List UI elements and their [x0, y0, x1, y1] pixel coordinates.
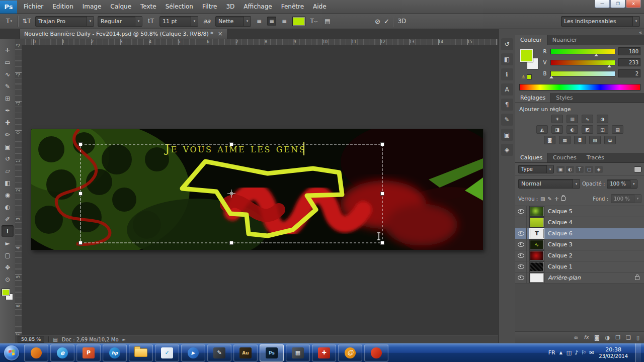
tab-calques[interactable]: Calques — [515, 153, 548, 162]
font-family-select[interactable]: Trajan Pro ▾ — [35, 16, 94, 27]
navigator-panel-icon[interactable]: ◈ — [501, 144, 513, 156]
clone-source-panel-icon[interactable]: ▣ — [501, 129, 513, 141]
lasso-tool[interactable]: ∿ — [2, 68, 14, 80]
quick-selection-tool[interactable]: ✎ — [2, 80, 14, 92]
document-image[interactable]: Je vous aime les gens — [31, 129, 483, 250]
taskbar-internet-explorer-icon[interactable]: e — [50, 344, 74, 361]
start-button[interactable] — [4, 345, 19, 360]
gamut-color-cube[interactable] — [527, 74, 532, 79]
workspace-select[interactable]: Les indispensables ▾ — [561, 16, 640, 27]
menu-item-3[interactable]: Calque — [106, 0, 136, 14]
paragraph-panel-icon[interactable]: ¶ — [501, 99, 513, 111]
delete-layer-icon[interactable]: ▯ — [636, 335, 639, 340]
taskbar-audition-icon[interactable]: Au — [233, 344, 258, 361]
anti-alias-select[interactable]: Nette ▾ — [215, 16, 251, 27]
layer-row-3[interactable]: ∿Calque 3 — [515, 239, 644, 250]
info-panel-icon[interactable]: ℹ — [501, 68, 513, 80]
status-flyout-icon[interactable]: ► — [123, 337, 126, 342]
tab-close-icon[interactable]: × — [218, 31, 223, 37]
dropdown-icon[interactable]: ▾ — [135, 17, 142, 26]
fill-select[interactable]: 100 % ▾ — [611, 194, 641, 203]
new-group-icon[interactable]: ❐ — [615, 335, 620, 340]
brush-tool[interactable]: ✏ — [2, 129, 14, 140]
add-layer-mask-icon[interactable]: ◙ — [594, 335, 600, 340]
restore-button[interactable]: ❐ — [610, 0, 625, 8]
dodge-tool[interactable]: ◐ — [2, 201, 14, 213]
layer-row-4[interactable]: Calque 2 — [515, 250, 644, 261]
dropdown-icon[interactable]: ▾ — [573, 179, 580, 188]
layer-row-5[interactable]: Calque 1 — [515, 261, 644, 273]
filter-smart-icon[interactable]: ◈ — [595, 166, 603, 173]
menu-item-5[interactable]: Sélection — [161, 0, 198, 14]
shape-tool[interactable]: ▢ — [2, 249, 14, 261]
lock-transparent-icon[interactable]: ▨ — [540, 196, 545, 202]
text-color-swatch[interactable] — [292, 17, 305, 26]
filter-shape-icon[interactable]: ▢ — [585, 166, 593, 173]
taskbar-browser-icon[interactable] — [364, 344, 388, 361]
hand-tool[interactable]: ✥ — [2, 261, 14, 273]
layer-visibility-toggle[interactable] — [515, 261, 527, 272]
warp-text-icon[interactable]: T⌣ — [309, 16, 319, 27]
dropdown-icon[interactable]: ▾ — [630, 180, 637, 188]
minimize-button[interactable]: — — [595, 0, 610, 8]
threshold-icon[interactable]: ◘ — [574, 136, 586, 144]
layer-row-6[interactable]: Arrière-plan — [515, 273, 644, 284]
levels-icon[interactable]: ▥ — [567, 115, 578, 123]
filter-pixel-icon[interactable]: ▣ — [556, 166, 565, 173]
marquee-tool[interactable]: ▭ — [2, 56, 14, 68]
type-tool[interactable]: T — [2, 225, 14, 237]
channel-slider[interactable] — [550, 60, 615, 65]
layer-effects-icon[interactable]: fx — [584, 335, 588, 340]
clock[interactable]: 20:38 23/02/2014 — [599, 346, 628, 359]
slider-thumb[interactable] — [607, 65, 611, 67]
tab-couleur[interactable]: Couleur — [515, 35, 547, 45]
dropdown-icon[interactable]: ▾ — [191, 17, 198, 26]
layer-visibility-toggle[interactable] — [515, 217, 527, 228]
taskbar-messenger-icon[interactable]: ☺ — [338, 344, 362, 361]
layer-visibility-toggle[interactable] — [515, 273, 527, 283]
taskbar-sync-app-icon[interactable]: ✓ — [155, 344, 179, 361]
font-style-select[interactable]: Regular ▾ — [98, 16, 142, 27]
channel-slider[interactable] — [550, 49, 615, 54]
character-panel-icon[interactable]: A — [501, 83, 513, 96]
menu-item-8[interactable]: Affichage — [239, 0, 276, 14]
menu-item-6[interactable]: Filtre — [198, 0, 221, 14]
taskbar-video-editor-icon[interactable]: ▦ — [286, 344, 310, 361]
channel-value-field[interactable]: 233 — [618, 58, 640, 66]
brightness-contrast-icon[interactable]: ☀ — [551, 115, 563, 123]
opacity-select[interactable]: 100 % ▾ — [607, 179, 637, 189]
filter-adjustment-icon[interactable]: ◐ — [566, 166, 574, 173]
blur-tool[interactable]: ◉ — [2, 189, 14, 201]
pen-tool[interactable]: ✐ — [2, 213, 14, 225]
tab-nuancier[interactable]: Nuancier — [547, 35, 582, 45]
tab-styles[interactable]: Styles — [551, 93, 578, 103]
selective-color-icon[interactable]: ◒ — [604, 136, 616, 144]
collapse-panels-icon[interactable]: « — [639, 30, 642, 35]
channel-value-field[interactable]: 2 — [618, 69, 640, 77]
filter-toggle[interactable] — [634, 166, 641, 172]
hue-saturation-icon[interactable]: ◨ — [551, 125, 563, 134]
tray-network-icon[interactable]: ⚐ — [581, 349, 586, 356]
layer-visibility-toggle[interactable] — [515, 250, 527, 261]
channel-slider[interactable] — [550, 71, 615, 76]
zoom-level-field[interactable]: 50,85 % — [18, 336, 44, 343]
layer-row-0[interactable]: Calque 5 — [515, 206, 644, 217]
invert-icon[interactable]: ◙ — [544, 136, 555, 144]
taskbar-media-player-icon[interactable]: ▶ — [181, 344, 205, 361]
vibrance-icon[interactable]: ◭ — [536, 125, 548, 134]
3d-button[interactable]: 3D — [397, 16, 407, 27]
layer-row-1[interactable]: Calque 4 — [515, 217, 644, 228]
history-panel-icon[interactable]: ↺ — [501, 38, 513, 50]
exposure-icon[interactable]: ◑ — [597, 115, 608, 123]
menu-item-4[interactable]: Texte — [136, 0, 161, 14]
taskbar-firefox-icon[interactable] — [24, 344, 48, 361]
font-size-select[interactable]: 11 pt ▾ — [159, 16, 198, 27]
color-balance-icon[interactable]: ◐ — [567, 125, 578, 134]
menu-item-9[interactable]: Fenêtre — [277, 0, 308, 14]
healing-brush-tool[interactable]: ✚ — [2, 117, 14, 128]
filter-type-icon[interactable]: T — [576, 166, 584, 173]
lock-position-icon[interactable]: ✛ — [554, 196, 558, 202]
dropdown-icon[interactable]: ▾ — [632, 17, 639, 26]
document-tab[interactable]: Nouvelle Bannière Daily - Fev2014.psd @ … — [19, 29, 228, 39]
taskbar-explorer-folder-icon[interactable] — [129, 344, 153, 361]
